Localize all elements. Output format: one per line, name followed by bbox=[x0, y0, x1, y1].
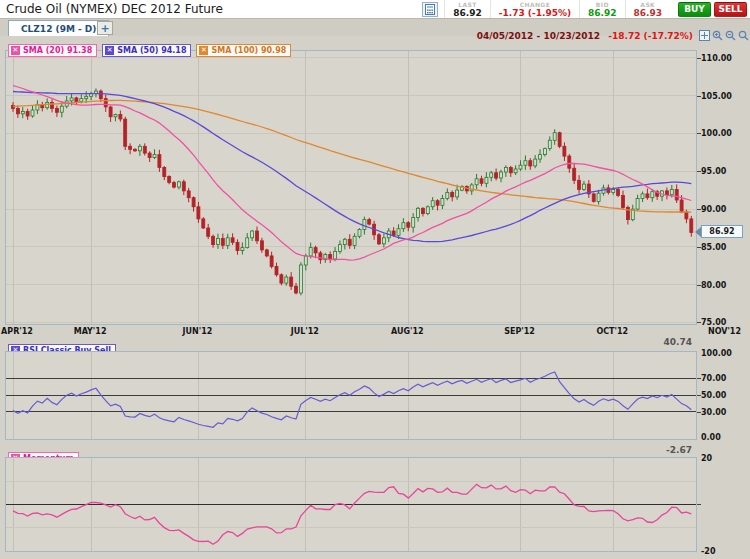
month-label: JUL'12 bbox=[288, 327, 322, 336]
rsi-value: 40.74 bbox=[664, 337, 692, 347]
rsi-axis-label: 30.00 bbox=[701, 408, 747, 417]
month-label: SEP'12 bbox=[503, 327, 537, 336]
header-bar: Crude Oil (NYMEX) DEC 2012 Future LAST 8… bbox=[0, 0, 750, 19]
candlestick-svg bbox=[6, 51, 696, 324]
price-marker: 86.92 bbox=[701, 225, 743, 238]
price-marker-value: 86.92 bbox=[709, 227, 734, 236]
legend-chip-sma100[interactable]: SMA (100) 90.98 bbox=[196, 44, 291, 57]
month-label: OCT'12 bbox=[595, 327, 629, 336]
close-icon[interactable] bbox=[105, 46, 114, 55]
zoom-out-icon[interactable] bbox=[724, 29, 736, 42]
quote-last-label: LAST bbox=[458, 1, 476, 8]
legend-label-sma20: SMA (20) 91.38 bbox=[23, 46, 92, 55]
zoom-box-icon[interactable] bbox=[698, 29, 710, 42]
momentum-panel[interactable] bbox=[5, 457, 697, 552]
quote-bid-label: BID bbox=[596, 1, 609, 8]
axis-tick bbox=[697, 247, 701, 248]
window: { "header": { "title": "Crude Oil (NYMEX… bbox=[0, 0, 750, 559]
axis-tick bbox=[697, 133, 701, 134]
price-axis-label: 85.00 bbox=[701, 243, 747, 252]
momentum-axis-label: 20 bbox=[701, 454, 747, 463]
quote-bid-value: 86.92 bbox=[588, 8, 616, 18]
close-icon[interactable] bbox=[11, 46, 20, 55]
quote-change-label: CHANGE bbox=[520, 1, 551, 8]
date-range-text: 04/05/2012 - 10/23/2012 bbox=[477, 31, 600, 41]
quote-change-value: -1.73 (-1.95%) bbox=[499, 8, 571, 18]
rsi-svg bbox=[6, 352, 696, 439]
axis-tick bbox=[697, 378, 701, 379]
quote-last: LAST 86.92 bbox=[444, 0, 489, 18]
legend-label-sma100: SMA (100) 90.98 bbox=[211, 46, 286, 55]
rsi-axis-label: 50.00 bbox=[701, 391, 747, 400]
zoom-in-icon[interactable] bbox=[711, 29, 723, 42]
rsi-axis-label: 70.00 bbox=[701, 374, 747, 383]
page-title: Crude Oil (NYMEX) DEC 2012 Future bbox=[6, 2, 223, 16]
close-icon[interactable] bbox=[199, 46, 208, 55]
axis-tick bbox=[697, 58, 701, 59]
axis-tick bbox=[697, 322, 701, 323]
price-axis-label: 80.00 bbox=[701, 281, 747, 290]
quote-ask-value: 86.93 bbox=[634, 8, 662, 18]
month-label: JUN'12 bbox=[180, 327, 214, 336]
month-label: AUG'12 bbox=[390, 327, 424, 336]
quote-bid: BID 86.92 bbox=[579, 0, 624, 18]
range-change-value: -18.72 (-17.72%) bbox=[608, 31, 693, 41]
main-chart[interactable] bbox=[5, 50, 697, 325]
quote-ask: ASK 86.93 bbox=[625, 0, 670, 18]
month-label: MAY'12 bbox=[73, 327, 107, 336]
month-label: APR'12 bbox=[0, 327, 34, 336]
tab-clz12[interactable]: CLZ12 (9M - D) bbox=[8, 20, 109, 36]
axis-tick bbox=[697, 412, 701, 413]
axis-tick bbox=[697, 504, 701, 505]
zoom-toolbar bbox=[698, 29, 749, 42]
rsi-axis-label: 100.00 bbox=[701, 349, 747, 358]
axis-tick bbox=[697, 395, 701, 396]
price-axis-label: 90.00 bbox=[701, 205, 747, 214]
quote-ask-label: ASK bbox=[640, 1, 655, 8]
momentum-value: -2.67 bbox=[666, 445, 692, 455]
axis-tick bbox=[697, 285, 701, 286]
quote-last-value: 86.92 bbox=[453, 8, 481, 18]
date-range: 04/05/2012 - 10/23/2012 -18.72 (-17.72%) bbox=[477, 31, 693, 41]
legend-chip-sma20[interactable]: SMA (20) 91.38 bbox=[8, 44, 97, 57]
quote-change: CHANGE -1.73 (-1.95%) bbox=[490, 0, 579, 18]
legend-label-sma50: SMA (50) 94.18 bbox=[117, 46, 186, 55]
momentum-svg bbox=[6, 458, 696, 551]
rsi-axis-label: 0.00 bbox=[701, 433, 747, 442]
calculator-icon[interactable] bbox=[422, 2, 438, 17]
price-axis-label: 95.00 bbox=[701, 167, 747, 176]
month-label: NOV'12 bbox=[707, 327, 741, 336]
legend-chip-sma50[interactable]: SMA (50) 94.18 bbox=[102, 44, 191, 57]
axis-tick bbox=[697, 96, 701, 97]
axis-tick bbox=[697, 209, 701, 210]
overlay-legend: SMA (20) 91.38 SMA (50) 94.18 SMA (100) … bbox=[8, 44, 291, 57]
price-axis-label: 110.00 bbox=[701, 54, 747, 63]
price-axis-label: 105.00 bbox=[701, 92, 747, 101]
axis-tick bbox=[697, 171, 701, 172]
sell-button[interactable]: SELL bbox=[714, 2, 747, 17]
add-tab-button[interactable]: + bbox=[97, 21, 113, 35]
buy-button[interactable]: BUY bbox=[678, 2, 711, 17]
rsi-panel[interactable] bbox=[5, 351, 697, 440]
zoom-reset-icon[interactable] bbox=[737, 29, 749, 42]
momentum-axis-label: -20 bbox=[701, 547, 747, 556]
price-arrow-icon bbox=[695, 227, 701, 237]
quote-strip: LAST 86.92 CHANGE -1.73 (-1.95%) BID 86.… bbox=[422, 0, 750, 18]
price-axis-label: 100.00 bbox=[701, 129, 747, 138]
